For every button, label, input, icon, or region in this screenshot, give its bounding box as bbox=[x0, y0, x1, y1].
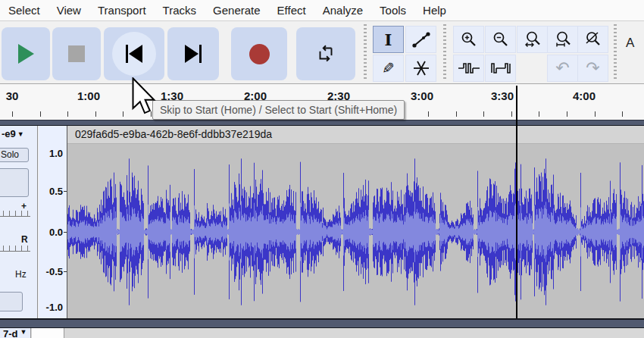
audacity-window: { "menu": { "items": ["Select", "View", … bbox=[0, 0, 644, 338]
timeline-tick bbox=[67, 111, 68, 117]
timeline-tick bbox=[12, 111, 13, 117]
second-track-name-dropdown[interactable]: 7-d ▼ bbox=[0, 328, 31, 338]
collapse-button[interactable] bbox=[0, 292, 23, 311]
menu-item-generate[interactable]: Generate bbox=[205, 0, 269, 21]
skip-to-start-button[interactable] bbox=[104, 27, 164, 80]
clip-header[interactable]: 029fa6d5-e9ba-462b-8e6f-ddbb37e219da bbox=[67, 126, 644, 144]
silence-audio-button[interactable] bbox=[485, 55, 516, 82]
track-control-panel: -e9 ▼ Solo + R Hz bbox=[0, 126, 38, 318]
pan-right-label: R bbox=[21, 234, 28, 245]
gain-slider[interactable] bbox=[0, 211, 30, 217]
timeline-tick bbox=[567, 111, 567, 117]
scale-label: 0.5 bbox=[49, 186, 63, 197]
fit-selection-button[interactable] bbox=[517, 26, 548, 53]
selection-tool-button[interactable]: I bbox=[373, 26, 404, 53]
scale-label: 1.0 bbox=[49, 148, 63, 159]
timeline-tick bbox=[511, 111, 512, 117]
toolbar-grip[interactable] bbox=[443, 24, 446, 80]
envelope-tool-icon bbox=[411, 30, 431, 49]
zoom-toggle-icon bbox=[584, 30, 602, 49]
timeline-label: 3:00 bbox=[411, 89, 433, 102]
menu-item-select[interactable]: Select bbox=[0, 0, 48, 21]
zoom-out-button[interactable] bbox=[485, 26, 516, 53]
skip-to-end-icon bbox=[185, 45, 202, 63]
timeline-tick bbox=[428, 111, 429, 117]
redo-icon: ↷ bbox=[586, 60, 599, 77]
trim-audio-button[interactable] bbox=[453, 55, 484, 82]
toolbar-grip[interactable] bbox=[364, 24, 367, 80]
audio-setup-button-partial[interactable]: A bbox=[626, 36, 634, 51]
multi-tool-button[interactable] bbox=[405, 55, 436, 82]
mouse-cursor bbox=[132, 77, 158, 117]
undo-button[interactable]: ↶ bbox=[547, 55, 578, 82]
waveform-canvas[interactable] bbox=[67, 144, 644, 318]
zoom-toggle-button[interactable] bbox=[577, 26, 608, 53]
silence-audio-icon bbox=[489, 59, 512, 77]
timeline-tick bbox=[123, 111, 123, 117]
timeline-tick bbox=[595, 111, 596, 117]
scale-label: 0.0 bbox=[49, 227, 63, 238]
menu-item-analyze[interactable]: Analyze bbox=[314, 0, 371, 21]
timeline-tick bbox=[95, 111, 96, 117]
draw-tool-button[interactable]: ✎ bbox=[373, 55, 404, 82]
fit-project-button[interactable] bbox=[547, 26, 578, 53]
track-separator[interactable] bbox=[0, 318, 644, 328]
menu-item-transport[interactable]: Transport bbox=[89, 0, 155, 21]
playhead-cursor-line bbox=[516, 86, 517, 318]
sample-rate-partial: Hz bbox=[15, 269, 27, 280]
waveform[interactable] bbox=[67, 144, 644, 318]
chevron-down-icon: ▼ bbox=[20, 328, 27, 336]
vertical-scale-ruler[interactable]: 1.00.50.0-0.5-1.0 bbox=[39, 126, 67, 318]
track-name-dropdown[interactable]: -e9 ▼ bbox=[2, 128, 24, 139]
timeline-label: 3:30 bbox=[491, 89, 514, 102]
redo-button[interactable]: ↷ bbox=[577, 55, 608, 82]
gain-plus-label: + bbox=[21, 201, 27, 211]
track-area: -e9 ▼ Solo + R Hz 1.00.50.0-0.5-1.0 029f… bbox=[0, 126, 644, 318]
pan-slider[interactable] bbox=[0, 246, 30, 252]
timeline-tick bbox=[539, 111, 539, 117]
multi-tool-icon bbox=[411, 58, 431, 78]
stop-button[interactable] bbox=[52, 27, 101, 80]
play-button[interactable] bbox=[2, 27, 50, 80]
zoom-in-icon bbox=[460, 30, 478, 49]
stop-icon bbox=[68, 45, 85, 62]
menu-item-effect[interactable]: Effect bbox=[269, 0, 314, 21]
timeline-bottom-bar bbox=[0, 120, 644, 126]
timeline-tick bbox=[40, 111, 41, 117]
zoom-in-button[interactable] bbox=[453, 26, 484, 53]
second-track-name-partial: 7-d bbox=[3, 328, 18, 338]
skip-to-start-icon bbox=[126, 45, 142, 63]
toolbar: I ✎ bbox=[0, 21, 644, 84]
fit-selection-icon bbox=[524, 30, 542, 49]
draw-tool-icon: ✎ bbox=[382, 61, 395, 76]
undo-icon: ↶ bbox=[555, 60, 569, 77]
timeline-label: 4:00 bbox=[573, 89, 596, 102]
timeline-tick bbox=[483, 111, 484, 117]
scale-label: -0.5 bbox=[46, 266, 63, 277]
timeline-label: 1:00 bbox=[77, 89, 100, 102]
record-button[interactable] bbox=[231, 27, 287, 80]
fit-project-icon bbox=[554, 30, 572, 49]
chevron-down-icon: ▼ bbox=[17, 130, 24, 138]
effects-button[interactable] bbox=[0, 168, 29, 197]
record-icon bbox=[249, 44, 270, 64]
envelope-tool-button[interactable] bbox=[405, 26, 436, 53]
loop-button[interactable] bbox=[296, 27, 355, 80]
menu-item-tools[interactable]: Tools bbox=[371, 0, 414, 21]
menu-item-tracks[interactable]: Tracks bbox=[155, 0, 205, 21]
skip-to-end-button[interactable] bbox=[167, 27, 219, 80]
solo-button[interactable]: Solo bbox=[0, 148, 29, 162]
loop-icon bbox=[314, 43, 337, 64]
track-name-partial: -e9 bbox=[2, 128, 16, 139]
zoom-out-icon bbox=[492, 30, 510, 49]
audio-clip: 029fa6d5-e9ba-462b-8e6f-ddbb37e219da bbox=[67, 126, 644, 318]
second-track-partial: 7-d ▼ bbox=[0, 328, 644, 338]
trim-audio-icon bbox=[458, 59, 480, 77]
toolbar-grip[interactable] bbox=[614, 24, 617, 80]
menu-item-help[interactable]: Help bbox=[414, 0, 455, 21]
selection-tool-icon: I bbox=[385, 32, 392, 48]
second-track-ruler-area bbox=[32, 328, 64, 338]
menu-item-view[interactable]: View bbox=[48, 0, 89, 21]
play-icon bbox=[18, 44, 34, 64]
scale-label: -1.0 bbox=[46, 302, 63, 313]
